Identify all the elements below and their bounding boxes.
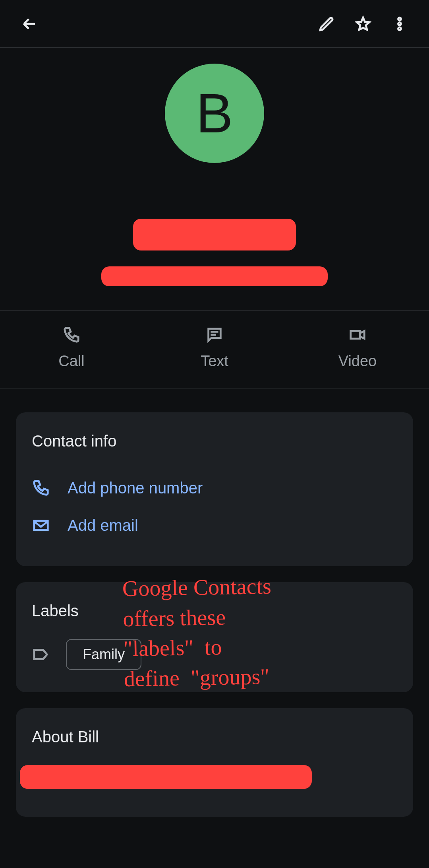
add-email-label: Add email — [68, 517, 138, 534]
add-email-button[interactable]: Add email — [32, 507, 397, 544]
pencil-icon — [318, 16, 335, 32]
phone-icon — [32, 479, 50, 497]
more-vert-icon — [391, 16, 408, 32]
call-label: Call — [58, 353, 84, 370]
video-icon — [348, 326, 367, 344]
about-card: About Bill — [16, 708, 413, 817]
redacted-contact-subtitle — [101, 266, 328, 286]
add-phone-button[interactable]: Add phone number — [32, 469, 397, 507]
back-button[interactable] — [11, 6, 48, 42]
about-title: About Bill — [32, 728, 397, 746]
label-icon — [32, 645, 50, 664]
phone-icon — [62, 326, 81, 344]
favorite-button[interactable] — [345, 6, 381, 42]
edit-button[interactable] — [308, 6, 345, 42]
call-button[interactable]: Call — [0, 311, 143, 388]
svg-point-1 — [398, 22, 401, 25]
contact-info-card: Contact info Add phone number Add email — [16, 412, 413, 566]
avatar-letter: B — [196, 81, 233, 146]
action-row: Call Text Video — [0, 311, 429, 388]
add-phone-label: Add phone number — [68, 479, 203, 497]
redacted-contact-name — [133, 219, 296, 250]
video-label: Video — [338, 353, 377, 370]
label-chip-family[interactable]: Family — [66, 639, 141, 670]
message-icon — [205, 326, 224, 344]
labels-card: Labels Family — [16, 582, 413, 692]
svg-point-2 — [398, 27, 401, 30]
mail-icon — [32, 516, 50, 534]
svg-point-0 — [398, 17, 401, 20]
arrow-left-icon — [21, 16, 38, 32]
text-button[interactable]: Text — [143, 311, 286, 388]
contact-hero: B — [0, 48, 429, 311]
text-label: Text — [201, 353, 228, 370]
redacted-about-content — [20, 765, 312, 789]
labels-title: Labels — [32, 602, 397, 620]
star-icon — [355, 16, 371, 32]
labels-row: Family — [32, 639, 397, 670]
more-button[interactable] — [381, 6, 418, 42]
app-bar — [0, 0, 429, 48]
video-button[interactable]: Video — [286, 311, 429, 388]
contact-info-title: Contact info — [32, 432, 397, 450]
avatar[interactable]: B — [165, 64, 264, 163]
content-area: Contact info Add phone number Add email … — [0, 388, 429, 817]
